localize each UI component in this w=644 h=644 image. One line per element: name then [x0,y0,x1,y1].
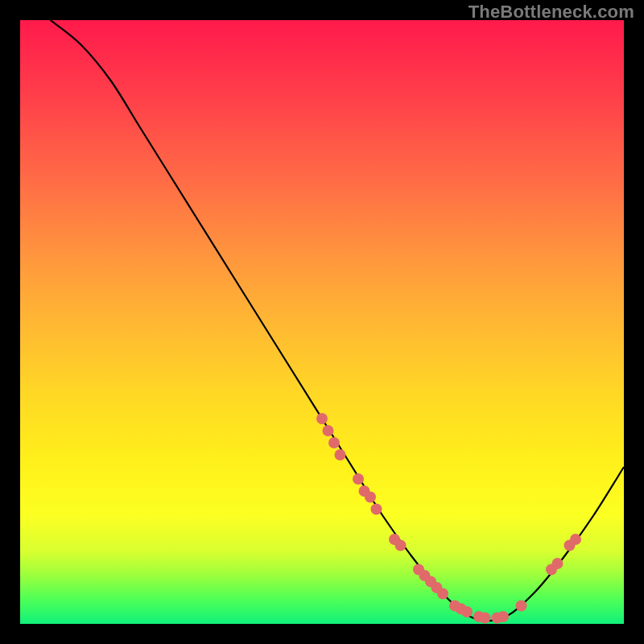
data-point [316,413,328,424]
data-point [328,437,340,448]
data-point [516,601,527,612]
data-point [365,492,376,503]
bottleneck-curve [51,20,625,621]
data-point [461,606,473,617]
watermark-text: TheBottleneck.com [469,2,634,23]
plot-area [20,20,624,624]
marker-group [316,413,581,624]
data-point [497,611,509,622]
data-point [335,449,346,460]
data-point [371,504,382,515]
data-point [395,540,407,551]
data-point [437,588,448,600]
data-point [570,534,581,545]
data-point [323,425,334,436]
data-point [480,613,491,624]
data-point [552,558,564,569]
chart-container: TheBottleneck.com [0,0,644,644]
curve-layer [20,20,624,624]
data-point [353,473,364,485]
